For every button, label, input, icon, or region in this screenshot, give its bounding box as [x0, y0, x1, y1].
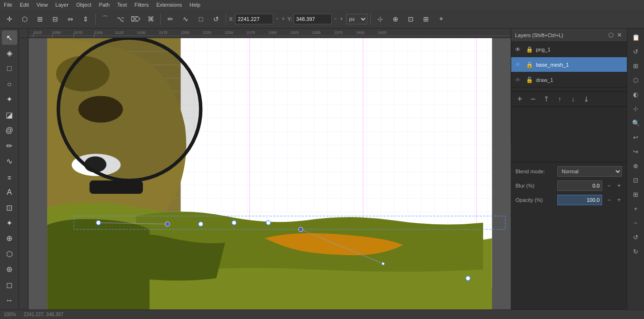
rotate-cw-btn[interactable]: ↻ — [629, 245, 643, 258]
node-corner-btn[interactable]: ⌥ — [114, 12, 127, 26]
fill-stroke-btn[interactable]: ◐ — [629, 88, 643, 101]
unit-select[interactable]: px mm cm in — [346, 14, 367, 24]
blend-mode-select[interactable]: Normal Multiply Screen Overlay Darken Li… — [557, 166, 622, 177]
layer-add-btn[interactable]: + — [514, 93, 525, 105]
text-tool[interactable]: A — [2, 185, 17, 199]
transform-panel-btn[interactable]: ↺ — [629, 45, 643, 58]
layer-row-png1[interactable]: 👁 🔒 png_1 — [511, 42, 627, 57]
blur-bar-container[interactable]: 0.0 — [557, 180, 602, 191]
zoom-tool[interactable]: ⊕ — [2, 231, 17, 246]
layer-lock-draw1[interactable]: 🔓 — [525, 75, 534, 85]
undo-history-btn[interactable]: ↩ — [629, 130, 643, 144]
layer-lock-basemesh1[interactable]: 🔒 — [525, 60, 534, 70]
find-btn[interactable]: 🔍 — [629, 116, 643, 130]
menu-help[interactable]: Help — [189, 2, 200, 8]
layer-raise-btn[interactable]: ↑ — [554, 93, 565, 105]
blur-minus-btn[interactable]: − — [606, 182, 612, 189]
layer-visibility-basemesh1[interactable]: 👁 — [513, 60, 523, 70]
layer-visibility-draw1[interactable]: 👁 — [513, 75, 523, 85]
snap-nodes-btn[interactable]: ⊕ — [629, 159, 643, 172]
align-h-btn[interactable]: ⊞ — [33, 12, 47, 26]
x-minus-btn[interactable]: − — [275, 16, 279, 21]
svg-text:2400: 2400 — [356, 30, 365, 35]
fit-btn[interactable]: ⊡ — [404, 12, 417, 26]
layer-raise-top-btn[interactable]: ⤒ — [541, 93, 552, 105]
3d-tool[interactable]: ◪ — [2, 108, 17, 122]
pencil-draw-tool[interactable]: ✏ — [2, 139, 17, 153]
canvas-content[interactable] — [29, 38, 511, 309]
far-right-bar: 📋 ↺ ⊞ ⬡ ◐ ⊹ 🔍 ↩ ↪ ⊕ ⊡ ⊞ + − ↺ ↻ — [627, 29, 644, 309]
menu-object[interactable]: Object — [76, 2, 91, 8]
spiral-tool[interactable]: @ — [2, 123, 17, 138]
menu-text[interactable]: Text — [117, 2, 127, 8]
node-sel-btn[interactable]: ⌖ — [435, 12, 448, 26]
zoom-out-btn[interactable]: − — [629, 216, 643, 229]
menu-file[interactable]: File — [4, 2, 12, 8]
menu-extensions[interactable]: Extensions — [156, 2, 182, 8]
node-sym-btn[interactable]: ⌦ — [129, 12, 142, 26]
eraser-tool[interactable]: ◻ — [2, 278, 17, 292]
y-plus-btn[interactable]: + — [339, 16, 344, 21]
menu-edit[interactable]: Edit — [20, 2, 29, 8]
ellipse-tool[interactable]: ○ — [2, 77, 17, 91]
connector-tool[interactable]: ↔ — [2, 293, 17, 307]
guide-btn[interactable]: ⊡ — [629, 173, 643, 187]
rotate-ccw-btn[interactable]: ↺ — [629, 230, 643, 244]
node-tool[interactable]: ◈ — [2, 46, 17, 60]
fill-tool[interactable]: ⬡ — [2, 247, 17, 261]
layer-lower-bottom-btn[interactable]: ⤓ — [581, 93, 592, 105]
layer-row-draw1[interactable]: 👁 🔓 draw_1 — [511, 72, 627, 88]
opacity-plus-btn[interactable]: + — [616, 197, 622, 203]
snap2-btn[interactable]: ⊕ — [389, 12, 402, 26]
layers-panel-icon[interactable]: ⬡ — [607, 31, 614, 39]
layer-lock-png1[interactable]: 🔒 — [525, 45, 534, 54]
y-minus-btn[interactable]: − — [333, 16, 338, 21]
layer-remove-btn[interactable]: − — [527, 93, 539, 105]
eyedropper-tool[interactable]: ✦ — [2, 216, 17, 230]
xml-editor-btn[interactable]: 📋 — [629, 30, 643, 44]
path-effects-btn[interactable]: ⬡ — [629, 73, 643, 87]
svg-text:2325: 2325 — [290, 30, 299, 35]
node-smooth-btn[interactable]: ⌒ — [99, 12, 112, 26]
opacity-bar-container[interactable]: 100.0 — [557, 195, 602, 205]
bezier-tool[interactable]: ∿ — [2, 154, 17, 169]
pencil-btn[interactable]: ✏ — [164, 12, 177, 26]
opacity-minus-btn[interactable]: − — [606, 197, 612, 203]
canvas-area[interactable]: 2025 2050 2075 2100 2125 2150 2175 2200 … — [19, 29, 511, 309]
menu-filters[interactable]: Filters — [135, 2, 149, 8]
rect-tool[interactable]: □ — [2, 61, 17, 76]
menu-view[interactable]: View — [37, 2, 48, 8]
callig-tool[interactable]: ⌅ — [2, 169, 17, 184]
spray-tool[interactable]: ⊛ — [2, 262, 17, 277]
star-tool[interactable]: ✦ — [2, 92, 17, 107]
gradient-tool[interactable]: ⊡ — [2, 200, 17, 215]
center-btn[interactable]: ⊞ — [419, 12, 433, 26]
flip-h-btn[interactable]: ⇔ — [64, 12, 77, 26]
svg-text:2200: 2200 — [181, 30, 189, 35]
snap-btn[interactable]: ⊹ — [374, 12, 387, 26]
node-auto-btn[interactable]: ⌘ — [144, 12, 158, 26]
align-panel-btn[interactable]: ⊞ — [629, 59, 643, 72]
rotate-btn[interactable]: ↺ — [209, 12, 223, 26]
x-plus-btn[interactable]: + — [281, 16, 286, 21]
grid-btn[interactable]: ⊞ — [629, 188, 643, 201]
menu-path[interactable]: Path — [99, 2, 110, 8]
flip-v-btn[interactable]: ⇕ — [79, 12, 92, 26]
layer-visibility-png1[interactable]: 👁 — [513, 45, 523, 54]
redo-history-btn[interactable]: ↪ — [629, 145, 643, 158]
bezier-btn[interactable]: ∿ — [179, 12, 192, 26]
menu-layer[interactable]: Layer — [55, 2, 69, 8]
y-input[interactable] — [294, 14, 332, 24]
align-v-btn[interactable]: ⊟ — [49, 12, 62, 26]
symbols-btn[interactable]: ⊹ — [629, 102, 643, 115]
layer-row-basemesh1[interactable]: 👁 🔒 base_mesh_1 — [511, 57, 627, 72]
x-input[interactable] — [235, 14, 273, 24]
zoom-in-btn[interactable]: + — [629, 202, 643, 215]
transform-btn[interactable]: ⬡ — [18, 12, 31, 26]
obj-btn[interactable]: □ — [194, 12, 208, 26]
select-tool-btn[interactable]: ✛ — [3, 12, 16, 26]
layer-lower-btn[interactable]: ↓ — [567, 93, 579, 105]
arrow-tool[interactable]: ↖ — [2, 30, 17, 45]
layers-close-btn[interactable]: ✕ — [616, 31, 623, 39]
blur-plus-btn[interactable]: + — [616, 182, 622, 189]
